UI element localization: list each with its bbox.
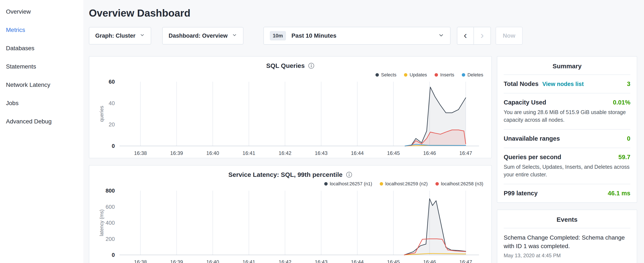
chevron-down-icon — [140, 33, 145, 39]
legend-dot — [404, 73, 407, 77]
svg-text:16:43: 16:43 — [315, 259, 328, 263]
legend-item[interactable]: localhost:26259 (n2) — [380, 181, 428, 187]
summary-row-value: 3 — [627, 80, 630, 87]
chart-canvas: 16:3816:3916:4016:4116:4216:4316:4416:45… — [96, 187, 485, 263]
svg-text:40: 40 — [109, 100, 115, 106]
summary-row-p99-latency: P99 latency 46.1 ms — [504, 184, 630, 202]
summary-row-label: Queries per second — [504, 154, 561, 161]
prev-range-button[interactable]: ‹ — [457, 27, 474, 45]
summary-panel: Summary Total Nodes View nodes list 3 Ca… — [497, 56, 637, 203]
summary-row-subtext: You are using 28.6 MiB of 515.9 GiB usab… — [504, 109, 630, 124]
legend-item[interactable]: localhost:26258 (n3) — [436, 181, 483, 187]
svg-text:16:47: 16:47 — [459, 259, 472, 263]
legend-label: localhost:26259 (n2) — [385, 181, 428, 187]
legend-label: Updates — [410, 72, 427, 78]
chart-canvas: 16:3816:3916:4016:4116:4216:4316:4416:45… — [96, 78, 485, 158]
now-button[interactable]: Now — [496, 27, 522, 45]
time-range-picker[interactable]: 10m Past 10 Minutes — [264, 27, 450, 45]
legend-dot — [376, 73, 379, 77]
summary-row-queries-per-second: Queries per second 59.7 Sum of Selects, … — [504, 148, 630, 184]
legend-label: Selects — [381, 72, 396, 78]
sidebar-item-overview[interactable]: Overview — [6, 3, 83, 21]
svg-text:0: 0 — [112, 252, 115, 258]
now-button-label: Now — [503, 32, 515, 39]
content: SQL Queries SelectsUpdatesInsertsDeletes… — [89, 56, 637, 263]
svg-text:16:39: 16:39 — [170, 150, 183, 156]
legend-item[interactable]: localhost:26257 (n1) — [324, 181, 372, 187]
main-area: Overview Dashboard Graph: Cluster Dashbo… — [83, 0, 644, 263]
svg-text:latency (ms): latency (ms) — [99, 209, 104, 236]
events-panel: Events Schema Change Completed: Schema c… — [497, 210, 637, 263]
service-latency-chart-card: Service Latency: SQL, 99th percentile lo… — [89, 165, 492, 263]
chart-header: SQL Queries — [96, 62, 485, 69]
svg-text:800: 800 — [106, 187, 115, 194]
summary-row-capacity-used: Capacity Used 0.01% You are using 28.6 M… — [504, 93, 630, 130]
legend-dot — [380, 182, 383, 185]
svg-text:queries: queries — [99, 106, 104, 122]
svg-text:16:38: 16:38 — [134, 259, 147, 263]
summary-row-value: 0 — [627, 135, 630, 142]
summary-row-label: Capacity Used — [504, 99, 546, 106]
dashboard-dropdown[interactable]: Dashboard: Overview — [162, 27, 244, 45]
summary-row-value: 0.01% — [613, 99, 630, 106]
chevron-down-icon — [232, 33, 237, 39]
legend-label: localhost:26257 (n1) — [330, 181, 372, 187]
summary-row-total-nodes: Total Nodes View nodes list 3 — [504, 75, 630, 93]
sidebar: Overview Metrics Databases Statements Ne… — [0, 0, 83, 263]
sidebar-item-metrics[interactable]: Metrics — [6, 21, 83, 39]
sql-queries-chart-card: SQL Queries SelectsUpdatesInsertsDeletes… — [89, 56, 492, 158]
chevron-right-icon: › — [480, 30, 484, 40]
legend-dot — [436, 182, 439, 185]
svg-text:16:41: 16:41 — [242, 259, 255, 263]
chart-legend: localhost:26257 (n1)localhost:26259 (n2)… — [98, 181, 483, 187]
sidebar-item-advanced-debug[interactable]: Advanced Debug — [6, 112, 83, 131]
chart-title: Service Latency: SQL, 99th percentile — [228, 171, 342, 178]
svg-text:16:39: 16:39 — [170, 259, 183, 263]
sql-queries-chart[interactable]: 16:3816:3916:4016:4116:4216:4316:4416:45… — [96, 78, 485, 158]
chart-title: SQL Queries — [266, 62, 305, 69]
summary-row-label: Unavailable ranges — [504, 135, 560, 142]
legend-item[interactable]: Updates — [404, 72, 427, 78]
legend-label: Inserts — [440, 72, 454, 78]
app-root: Overview Metrics Databases Statements Ne… — [0, 0, 644, 263]
service-latency-chart[interactable]: 16:3816:3916:4016:4116:4216:4316:4416:45… — [96, 187, 485, 263]
next-range-button[interactable]: › — [474, 27, 491, 45]
legend-item[interactable]: Inserts — [434, 72, 454, 78]
summary-row-value: 46.1 ms — [608, 190, 630, 197]
view-nodes-list-link[interactable]: View nodes list — [542, 81, 584, 87]
svg-text:200: 200 — [106, 236, 115, 242]
info-icon[interactable] — [308, 63, 314, 69]
graph-dropdown-label: Graph: Cluster — [95, 33, 136, 39]
svg-text:16:40: 16:40 — [206, 259, 219, 263]
svg-text:16:38: 16:38 — [134, 150, 147, 156]
sidebar-item-databases[interactable]: Databases — [6, 39, 83, 58]
legend-item[interactable]: Selects — [376, 72, 396, 78]
toolbar: Graph: Cluster Dashboard: Overview 10m P… — [89, 27, 637, 45]
legend-label: localhost:26258 (n3) — [441, 181, 483, 187]
chart-legend: SelectsUpdatesInsertsDeletes — [98, 72, 483, 78]
event-item-time: May 13, 2020 at 4:45 PM — [504, 250, 630, 263]
info-icon[interactable] — [346, 171, 352, 178]
summary-row-subtext: Sum of Selects, Updates, Inserts, and De… — [504, 163, 630, 178]
right-column: Summary Total Nodes View nodes list 3 Ca… — [497, 56, 637, 263]
sidebar-item-network-latency[interactable]: Network Latency — [6, 76, 83, 94]
svg-text:16:46: 16:46 — [423, 259, 436, 263]
summary-row-label: Total Nodes — [504, 80, 538, 87]
summary-row-value: 59.7 — [618, 154, 630, 161]
svg-text:16:42: 16:42 — [279, 150, 292, 156]
graph-dropdown[interactable]: Graph: Cluster — [89, 27, 151, 45]
events-title: Events — [504, 210, 630, 228]
sidebar-item-jobs[interactable]: Jobs — [6, 94, 83, 112]
svg-text:400: 400 — [106, 220, 115, 226]
svg-text:16:42: 16:42 — [279, 259, 292, 263]
charts-column: SQL Queries SelectsUpdatesInsertsDeletes… — [89, 56, 492, 263]
svg-text:16:43: 16:43 — [315, 150, 328, 156]
legend-item[interactable]: Deletes — [462, 72, 483, 78]
sidebar-item-statements[interactable]: Statements — [6, 58, 83, 76]
svg-text:600: 600 — [106, 204, 115, 210]
svg-text:16:45: 16:45 — [387, 259, 400, 263]
dashboard-dropdown-label: Dashboard: Overview — [168, 33, 228, 39]
svg-text:16:44: 16:44 — [351, 150, 364, 156]
time-range-badge: 10m — [270, 31, 286, 41]
legend-dot — [434, 73, 438, 77]
